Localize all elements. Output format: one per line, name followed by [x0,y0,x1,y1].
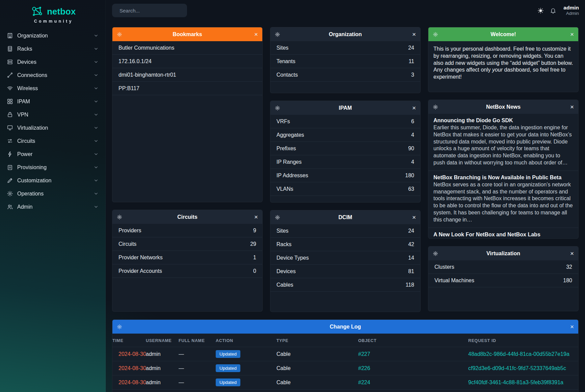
column-header[interactable]: ACTION [216,334,276,347]
stat-label[interactable]: Device Types [276,255,408,261]
stat-label[interactable]: Racks [276,241,408,247]
sidebar-item-organization[interactable]: Organization [0,29,105,42]
stat-label[interactable]: Clusters [434,264,566,270]
widget-config-icon[interactable] [275,105,280,111]
column-header[interactable]: FULL NAME [179,334,216,347]
stat-label[interactable]: Sites [276,228,408,234]
widget-close-icon[interactable]: × [570,104,574,110]
notifications-button[interactable] [549,6,557,15]
change-username: admin [146,365,161,371]
change-username: admin [146,380,161,385]
stat-label[interactable]: Providers [118,228,253,234]
news-article-link[interactable]: A New Look For NetBox and NetBox Labs [433,232,573,238]
change-object-link[interactable]: #224 [358,380,370,385]
stat-label[interactable]: Cables [276,282,405,288]
stat-label[interactable]: Aggregates [276,132,411,138]
sidebar-item-connections[interactable]: Connections [0,69,105,82]
request-id-link[interactable]: 9cf40fdf-3461-4c88-81a3-5feb39f8391a [468,380,563,385]
widget-config-icon[interactable] [117,324,122,330]
search-input[interactable] [119,8,187,14]
stat-row: VRFs 6 [270,115,420,128]
stat-label[interactable]: VLANs [276,186,408,192]
widget-close-icon[interactable]: × [412,105,416,111]
sidebar-item-provisioning[interactable]: Provisioning [0,161,105,174]
widget-welcome: Welcome! × This is your personal dashboa… [428,27,579,92]
stat-label[interactable]: Prefixes [276,146,408,152]
change-type: Cable [276,351,291,357]
request-id-link[interactable]: 48ad8b2c-986d-44fd-81ca-00d55b27e19a [468,351,569,357]
chevron-down-icon [94,59,99,64]
widget-config-icon[interactable] [433,251,438,256]
widget-config-icon[interactable] [275,32,280,37]
theme-toggle-button[interactable] [536,6,545,15]
bookmark-link[interactable]: Butler Communications [112,41,262,55]
bookmark-link[interactable]: dmi01-binghamton-rtr01 [112,68,262,82]
widget-header: Welcome! × [428,27,578,41]
brand-row: netbox [30,5,76,18]
stat-label[interactable]: IP Addresses [276,173,405,179]
change-object-link[interactable]: #226 [358,365,370,371]
dashboard-column-3: Welcome! × This is your personal dashboa… [428,27,579,312]
stat-label[interactable]: Virtual Machines [434,278,563,284]
sidebar-item-devices[interactable]: Devices [0,55,105,69]
stat-label[interactable]: IP Ranges [276,159,411,165]
widget-close-icon[interactable]: × [570,31,574,37]
chevron-down-icon [94,204,99,209]
sidebar-item-ipam[interactable]: IPAM [0,95,105,108]
column-header[interactable]: TYPE [276,334,358,347]
widget-config-icon[interactable] [433,32,438,37]
widget-close-icon[interactable]: × [570,323,574,330]
column-header[interactable]: OBJECT [358,334,468,347]
change-time-link[interactable]: 2024-08-30 18:48 [118,351,146,357]
change-time-link[interactable]: 2024-08-30 18:48 [118,365,146,371]
widget-close-icon[interactable]: × [570,250,574,257]
user-role: Admin [563,11,579,16]
stat-row: Clusters 32 [428,260,578,274]
stat-label[interactable]: Devices [276,268,408,275]
bookmark-link[interactable]: 172.16.0.1/24 [112,55,262,68]
stat-label[interactable]: VRFs [276,119,411,125]
changelog-table-head: TIME USERNAME FULL NAME ACTION TYPE OBJE… [112,334,578,347]
widget-config-icon[interactable] [433,104,438,110]
widget-close-icon[interactable]: × [412,31,416,37]
stat-row: Provider Accounts 0 [112,264,262,278]
sidebar-item-circuits[interactable]: Circuits [0,134,105,148]
widget-close-icon[interactable]: × [254,214,258,220]
sidebar-item-operations[interactable]: Operations [0,187,105,200]
sidebar-item-virtualization[interactable]: Virtualization [0,121,105,134]
widget-config-icon[interactable] [117,214,122,220]
chevron-down-icon [94,33,99,38]
brand[interactable]: netbox Community [0,0,105,24]
stat-label[interactable]: Provider Accounts [118,268,253,274]
column-header[interactable]: USERNAME [146,334,179,347]
pencil-icon [7,177,13,184]
stat-value: 29 [250,241,256,247]
stat-value: 180 [405,173,414,179]
news-article-link[interactable]: Announcing the Diode Go SDK [433,117,573,124]
widget-config-icon[interactable] [117,32,122,37]
stat-label[interactable]: Provider Networks [118,255,253,261]
column-header[interactable]: TIME [112,334,146,347]
search-box[interactable] [112,4,187,17]
bookmark-link[interactable]: PP:B117 [112,82,262,95]
stat-label[interactable]: Tenants [276,58,408,64]
widget-close-icon[interactable]: × [254,31,258,37]
user-menu[interactable]: admin Admin [563,5,579,17]
widget-close-icon[interactable]: × [412,214,416,220]
sidebar-item-customization[interactable]: Customization [0,174,105,187]
sidebar-item-power[interactable]: Power [0,148,105,161]
sidebar-item-racks[interactable]: Racks [0,42,105,55]
change-time-link[interactable]: 2024-08-30 18:48 [118,380,146,385]
stat-label[interactable]: Sites [276,45,408,51]
stat-list: VRFs 6 Aggregates 4 Prefixes 90 [270,115,420,196]
widget-config-icon[interactable] [275,215,280,220]
stat-label[interactable]: Circuits [118,241,250,247]
sidebar-item-admin[interactable]: Admin [0,200,105,213]
stat-label[interactable]: Contacts [276,72,411,78]
column-header[interactable]: REQUEST ID [468,334,578,347]
news-article-link[interactable]: NetBox Branching is Now Available in Pub… [433,175,573,181]
sidebar-item-wireless[interactable]: Wireless [0,82,105,95]
request-id-link[interactable]: cf92d3e6-d09d-41fc-9fd7-52337649ab5c [468,365,566,371]
sidebar-item-vpn[interactable]: VPN [0,108,105,121]
change-object-link[interactable]: #227 [358,351,370,357]
